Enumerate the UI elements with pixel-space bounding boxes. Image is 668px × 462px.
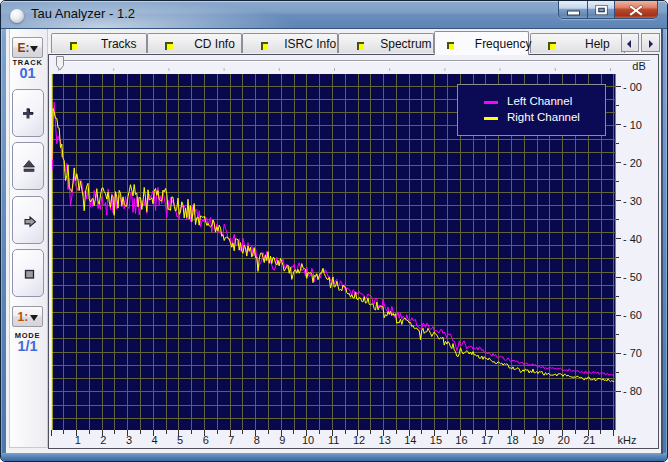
svg-text:6: 6 <box>203 434 209 446</box>
svg-text:9: 9 <box>279 434 285 446</box>
svg-text:14: 14 <box>404 434 416 446</box>
svg-text:dB: dB <box>632 60 645 72</box>
svg-text:- 30: - 30 <box>623 195 642 207</box>
svg-text:11: 11 <box>328 434 339 446</box>
svg-text:12: 12 <box>353 434 365 446</box>
svg-text:- 70: - 70 <box>623 347 642 359</box>
svg-text:4: 4 <box>152 434 158 446</box>
svg-text:15: 15 <box>430 434 442 446</box>
svg-text:19: 19 <box>532 434 544 446</box>
svg-text:16: 16 <box>455 434 467 446</box>
svg-text:- 60: - 60 <box>623 309 642 321</box>
svg-text:17: 17 <box>481 434 493 446</box>
svg-text:20: 20 <box>558 434 570 446</box>
svg-text:5: 5 <box>177 434 183 446</box>
svg-text:- 80: - 80 <box>623 385 642 397</box>
svg-text:- 00: - 00 <box>623 81 642 93</box>
svg-text:3: 3 <box>126 434 132 446</box>
svg-text:- 40: - 40 <box>623 233 642 245</box>
svg-text:1: 1 <box>75 434 81 446</box>
svg-text:18: 18 <box>506 434 518 446</box>
svg-text:10: 10 <box>302 434 314 446</box>
svg-text:2: 2 <box>100 434 106 446</box>
svg-text:- 20: - 20 <box>623 157 642 169</box>
svg-text:7: 7 <box>228 434 234 446</box>
svg-text:kHz: kHz <box>618 434 637 446</box>
svg-text:8: 8 <box>254 434 260 446</box>
svg-text:21: 21 <box>583 434 595 446</box>
svg-text:- 50: - 50 <box>623 271 642 283</box>
svg-text:13: 13 <box>379 434 391 446</box>
svg-text:- 10: - 10 <box>623 119 642 131</box>
